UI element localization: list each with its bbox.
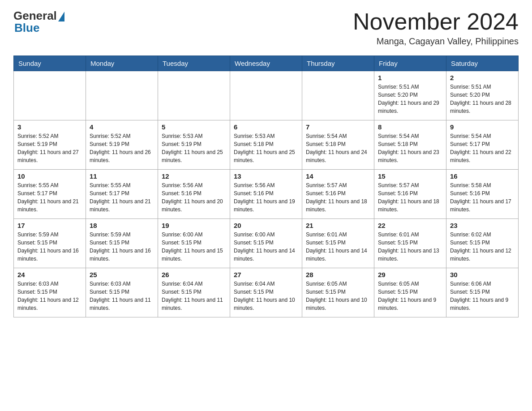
calendar-cell: 23Sunrise: 6:02 AM Sunset: 5:15 PM Dayli… bbox=[446, 219, 519, 268]
calendar-cell bbox=[14, 71, 86, 120]
day-number: 23 bbox=[450, 222, 515, 229]
day-number: 21 bbox=[306, 222, 370, 229]
day-info: Sunrise: 6:05 AM Sunset: 5:15 PM Dayligh… bbox=[306, 280, 370, 312]
day-number: 1 bbox=[378, 74, 442, 81]
day-info: Sunrise: 5:51 AM Sunset: 5:20 PM Dayligh… bbox=[450, 83, 515, 115]
calendar-cell: 2Sunrise: 5:51 AM Sunset: 5:20 PM Daylig… bbox=[446, 71, 519, 120]
calendar-cell: 18Sunrise: 5:59 AM Sunset: 5:15 PM Dayli… bbox=[86, 219, 158, 268]
day-info: Sunrise: 6:03 AM Sunset: 5:15 PM Dayligh… bbox=[17, 280, 82, 312]
calendar-cell: 1Sunrise: 5:51 AM Sunset: 5:20 PM Daylig… bbox=[374, 71, 446, 120]
calendar-cell: 3Sunrise: 5:52 AM Sunset: 5:19 PM Daylig… bbox=[14, 120, 86, 170]
calendar-cell: 15Sunrise: 5:57 AM Sunset: 5:16 PM Dayli… bbox=[374, 170, 446, 219]
day-info: Sunrise: 5:53 AM Sunset: 5:18 PM Dayligh… bbox=[234, 132, 298, 164]
calendar-cell: 29Sunrise: 6:05 AM Sunset: 5:15 PM Dayli… bbox=[374, 268, 446, 317]
day-number: 28 bbox=[306, 271, 370, 278]
day-info: Sunrise: 5:54 AM Sunset: 5:18 PM Dayligh… bbox=[306, 132, 370, 164]
day-number: 3 bbox=[17, 123, 82, 131]
day-info: Sunrise: 5:56 AM Sunset: 5:16 PM Dayligh… bbox=[162, 181, 226, 214]
calendar-header-monday: Monday bbox=[86, 56, 158, 71]
day-info: Sunrise: 6:01 AM Sunset: 5:15 PM Dayligh… bbox=[378, 231, 442, 263]
day-number: 14 bbox=[306, 172, 370, 180]
day-info: Sunrise: 6:00 AM Sunset: 5:15 PM Dayligh… bbox=[162, 231, 226, 263]
calendar-header-row: SundayMondayTuesdayWednesdayThursdayFrid… bbox=[14, 56, 519, 71]
calendar-header-saturday: Saturday bbox=[446, 56, 519, 71]
day-info: Sunrise: 6:02 AM Sunset: 5:15 PM Dayligh… bbox=[450, 231, 515, 263]
calendar-cell: 4Sunrise: 5:52 AM Sunset: 5:19 PM Daylig… bbox=[86, 120, 158, 170]
day-info: Sunrise: 5:57 AM Sunset: 5:16 PM Dayligh… bbox=[306, 181, 370, 214]
calendar-header-sunday: Sunday bbox=[14, 56, 86, 71]
calendar-cell: 11Sunrise: 5:55 AM Sunset: 5:17 PM Dayli… bbox=[86, 170, 158, 219]
day-info: Sunrise: 5:58 AM Sunset: 5:16 PM Dayligh… bbox=[450, 181, 515, 214]
day-info: Sunrise: 5:55 AM Sunset: 5:17 PM Dayligh… bbox=[17, 181, 82, 214]
logo-blue-text: Blue bbox=[14, 21, 39, 35]
day-info: Sunrise: 5:53 AM Sunset: 5:19 PM Dayligh… bbox=[162, 132, 226, 164]
day-number: 8 bbox=[378, 123, 442, 131]
day-number: 29 bbox=[378, 271, 442, 278]
day-info: Sunrise: 5:54 AM Sunset: 5:18 PM Dayligh… bbox=[378, 132, 442, 164]
day-info: Sunrise: 5:57 AM Sunset: 5:16 PM Dayligh… bbox=[378, 181, 442, 214]
day-info: Sunrise: 6:03 AM Sunset: 5:15 PM Dayligh… bbox=[90, 280, 154, 312]
day-number: 13 bbox=[234, 172, 298, 180]
calendar-table: SundayMondayTuesdayWednesdayThursdayFrid… bbox=[13, 56, 519, 317]
day-info: Sunrise: 6:01 AM Sunset: 5:15 PM Dayligh… bbox=[306, 231, 370, 263]
calendar-cell: 12Sunrise: 5:56 AM Sunset: 5:16 PM Dayli… bbox=[158, 170, 230, 219]
logo-triangle-icon bbox=[58, 12, 64, 21]
day-info: Sunrise: 5:59 AM Sunset: 5:15 PM Dayligh… bbox=[90, 231, 154, 263]
calendar-cell: 22Sunrise: 6:01 AM Sunset: 5:15 PM Dayli… bbox=[374, 219, 446, 268]
logo: General Blue bbox=[13, 9, 64, 35]
calendar-cell bbox=[158, 71, 230, 120]
day-number: 17 bbox=[17, 222, 82, 229]
calendar-cell: 24Sunrise: 6:03 AM Sunset: 5:15 PM Dayli… bbox=[14, 268, 86, 317]
day-number: 4 bbox=[90, 123, 154, 131]
day-number: 2 bbox=[450, 74, 515, 81]
calendar-cell: 17Sunrise: 5:59 AM Sunset: 5:15 PM Dayli… bbox=[14, 219, 86, 268]
calendar-week-row: 3Sunrise: 5:52 AM Sunset: 5:19 PM Daylig… bbox=[14, 120, 519, 170]
day-number: 10 bbox=[17, 172, 82, 180]
day-info: Sunrise: 5:52 AM Sunset: 5:19 PM Dayligh… bbox=[90, 132, 154, 164]
day-info: Sunrise: 6:04 AM Sunset: 5:15 PM Dayligh… bbox=[234, 280, 298, 312]
day-number: 25 bbox=[90, 271, 154, 278]
day-info: Sunrise: 6:06 AM Sunset: 5:15 PM Dayligh… bbox=[450, 280, 515, 312]
day-number: 30 bbox=[450, 271, 515, 278]
day-number: 19 bbox=[162, 222, 226, 229]
day-info: Sunrise: 5:51 AM Sunset: 5:20 PM Dayligh… bbox=[378, 83, 442, 115]
calendar-cell: 5Sunrise: 5:53 AM Sunset: 5:19 PM Daylig… bbox=[158, 120, 230, 170]
title-block: November 2024 Manga, Cagayan Valley, Phi… bbox=[353, 9, 519, 47]
day-number: 20 bbox=[234, 222, 298, 229]
calendar-cell: 8Sunrise: 5:54 AM Sunset: 5:18 PM Daylig… bbox=[374, 120, 446, 170]
calendar-cell: 30Sunrise: 6:06 AM Sunset: 5:15 PM Dayli… bbox=[446, 268, 519, 317]
page-header: General Blue November 2024 Manga, Cagaya… bbox=[13, 9, 519, 47]
day-number: 22 bbox=[378, 222, 442, 229]
calendar-cell: 16Sunrise: 5:58 AM Sunset: 5:16 PM Dayli… bbox=[446, 170, 519, 219]
calendar-week-row: 17Sunrise: 5:59 AM Sunset: 5:15 PM Dayli… bbox=[14, 219, 519, 268]
day-number: 24 bbox=[17, 271, 82, 278]
calendar-header-wednesday: Wednesday bbox=[230, 56, 302, 71]
calendar-cell: 7Sunrise: 5:54 AM Sunset: 5:18 PM Daylig… bbox=[302, 120, 374, 170]
calendar-header-friday: Friday bbox=[374, 56, 446, 71]
calendar-cell: 27Sunrise: 6:04 AM Sunset: 5:15 PM Dayli… bbox=[230, 268, 302, 317]
day-number: 5 bbox=[162, 123, 226, 131]
calendar-cell bbox=[230, 71, 302, 120]
day-info: Sunrise: 5:54 AM Sunset: 5:17 PM Dayligh… bbox=[450, 132, 515, 164]
calendar-cell: 13Sunrise: 5:56 AM Sunset: 5:16 PM Dayli… bbox=[230, 170, 302, 219]
calendar-cell bbox=[86, 71, 158, 120]
calendar-header-tuesday: Tuesday bbox=[158, 56, 230, 71]
calendar-cell: 9Sunrise: 5:54 AM Sunset: 5:17 PM Daylig… bbox=[446, 120, 519, 170]
day-number: 7 bbox=[306, 123, 370, 131]
day-number: 27 bbox=[234, 271, 298, 278]
calendar-cell: 28Sunrise: 6:05 AM Sunset: 5:15 PM Dayli… bbox=[302, 268, 374, 317]
day-number: 9 bbox=[450, 123, 515, 131]
day-number: 26 bbox=[162, 271, 226, 278]
day-number: 16 bbox=[450, 172, 515, 180]
day-info: Sunrise: 5:55 AM Sunset: 5:17 PM Dayligh… bbox=[90, 181, 154, 214]
day-number: 12 bbox=[162, 172, 226, 180]
calendar-week-row: 10Sunrise: 5:55 AM Sunset: 5:17 PM Dayli… bbox=[14, 170, 519, 219]
day-info: Sunrise: 5:56 AM Sunset: 5:16 PM Dayligh… bbox=[234, 181, 298, 214]
page-subtitle: Manga, Cagayan Valley, Philippines bbox=[353, 36, 519, 47]
calendar-cell: 6Sunrise: 5:53 AM Sunset: 5:18 PM Daylig… bbox=[230, 120, 302, 170]
calendar-cell: 10Sunrise: 5:55 AM Sunset: 5:17 PM Dayli… bbox=[14, 170, 86, 219]
day-info: Sunrise: 6:04 AM Sunset: 5:15 PM Dayligh… bbox=[162, 280, 226, 312]
day-info: Sunrise: 6:05 AM Sunset: 5:15 PM Dayligh… bbox=[378, 280, 442, 312]
day-info: Sunrise: 5:59 AM Sunset: 5:15 PM Dayligh… bbox=[17, 231, 82, 263]
day-number: 18 bbox=[90, 222, 154, 229]
